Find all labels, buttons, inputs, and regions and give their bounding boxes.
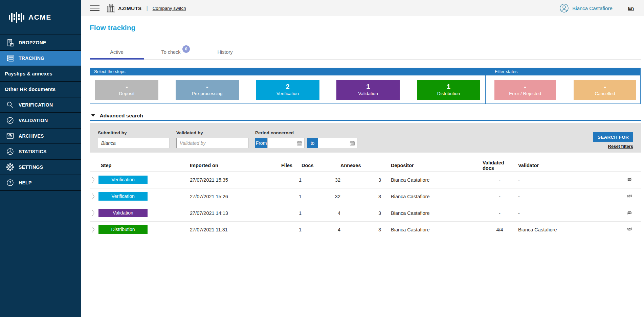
step-count: - — [206, 83, 208, 90]
tab-label: Active — [110, 49, 124, 55]
sidebar-item-validation[interactable]: VALIDATION — [0, 113, 81, 129]
safe-icon — [6, 132, 15, 140]
imported-on-cell: 27/07/2021 11:31 — [190, 221, 281, 238]
tab-active[interactable]: Active — [90, 45, 144, 59]
reset-filters-link[interactable]: Reset filters — [593, 144, 633, 149]
tab-history[interactable]: History — [198, 45, 252, 59]
validated-by-input[interactable] — [176, 138, 248, 148]
docs-cell: 32 — [302, 188, 340, 205]
validated-docs-cell: - — [483, 188, 517, 205]
expand-row-chevron-icon[interactable] — [90, 205, 98, 221]
tab-label: To check — [161, 49, 180, 55]
sidebar-item-archives[interactable]: ARCHIVES — [0, 129, 81, 144]
sidebar-item-verification[interactable]: VERIFICATION — [0, 97, 81, 113]
step-box-pre-processing[interactable]: - Pre-processing — [176, 80, 239, 100]
docs-cell: 4 — [302, 205, 340, 221]
validator-cell: - — [517, 188, 619, 205]
sidebar-item-tracking[interactable]: TRACKING — [0, 51, 81, 66]
status-badge: Validation — [98, 209, 148, 217]
pie-chart-icon — [6, 147, 15, 156]
step-label: Deposit — [119, 90, 135, 97]
validator-cell: Bianca Castafiore — [517, 221, 619, 238]
user-menu[interactable]: Bianca Castafiore — [559, 3, 612, 13]
tracking-list-icon — [6, 54, 15, 63]
logo-text: ACME — [28, 13, 51, 21]
company-name: AZIMUTS — [118, 5, 141, 11]
depositor-cell: Bianca Castafiore — [381, 188, 483, 205]
sidebar-item-settings[interactable]: SETTINGS — [0, 160, 81, 175]
period-from-label: From — [255, 138, 267, 148]
annexes-cell: 3 — [340, 172, 381, 188]
calendar-icon[interactable] — [350, 140, 355, 146]
step-label: Validation — [358, 90, 378, 97]
step-box-verification[interactable]: 2 Verification — [256, 80, 319, 100]
validated-by-label: Validated by — [176, 130, 203, 135]
search-for-button[interactable]: SEARCH FOR — [593, 132, 633, 142]
sidebar-item-help[interactable]: ? HELP — [0, 175, 81, 191]
sidebar-item-label: STATISTICS — [19, 149, 47, 154]
column-header-imported-on: Imported on — [190, 160, 281, 172]
view-details-eye-icon[interactable] — [626, 210, 632, 215]
check-circle-icon — [6, 116, 15, 125]
sidebar-item-dropzone[interactable]: DROPZONE — [0, 35, 81, 51]
tab-to-check[interactable]: To check 0 — [144, 45, 198, 59]
status-badge: Verification — [98, 192, 148, 201]
column-header-validated-docs: Validated docs — [483, 160, 517, 172]
validated-docs-cell: 4/4 — [483, 221, 517, 238]
topbar-separator: | — [146, 5, 148, 11]
sidebar-item-label: VERIFICATION — [19, 102, 53, 108]
depositor-cell: Bianca Castafiore — [381, 205, 483, 221]
view-details-eye-icon[interactable] — [626, 227, 632, 231]
page-title: Flow tracking — [90, 24, 135, 32]
docs-cell: 32 — [302, 172, 340, 188]
calendar-icon[interactable] — [297, 140, 302, 146]
sidebar-item-other-hr-documents[interactable]: Other HR documents — [0, 82, 81, 97]
flow-table: Step Imported on Files Docs Annexes Depo… — [90, 160, 641, 238]
advanced-search-toggle[interactable]: Advanced search — [90, 113, 641, 121]
expand-row-chevron-icon[interactable] — [90, 221, 98, 238]
column-header-files: Files — [281, 160, 302, 172]
files-cell: 1 — [281, 205, 302, 221]
state-count: - — [604, 83, 606, 90]
sidebar-item-payslips-annexes[interactable]: Payslips & annexes — [0, 66, 81, 82]
step-count: - — [126, 83, 128, 90]
company-switch-link[interactable]: Company switch — [153, 6, 186, 11]
period-from-input[interactable] — [267, 138, 305, 148]
step-box-deposit[interactable]: - Deposit — [95, 80, 158, 100]
table-row: Distribution 27/07/2021 11:31 1 4 3 Bian… — [90, 221, 641, 238]
question-circle-icon: ? — [6, 178, 15, 187]
status-badge: Verification — [98, 176, 148, 184]
sidebar: ACME DROPZONE TRACKING — [0, 0, 81, 317]
annexes-cell: 3 — [340, 221, 381, 238]
hamburger-menu-icon[interactable] — [90, 4, 99, 13]
validator-cell: - — [517, 172, 619, 188]
tab-label: History — [217, 49, 232, 55]
state-count: - — [524, 83, 526, 90]
expand-row-chevron-icon[interactable] — [90, 188, 98, 205]
docs-cell: 4 — [302, 221, 340, 238]
depositor-cell: Bianca Castafiore — [381, 172, 483, 188]
view-details-eye-icon[interactable] — [626, 194, 632, 198]
submitted-by-input[interactable] — [98, 138, 170, 148]
expand-row-chevron-icon[interactable] — [90, 172, 98, 188]
advanced-search-title: Advanced search — [99, 113, 143, 118]
period-to-input[interactable] — [318, 138, 357, 148]
state-box-cancelled[interactable]: - Cancelled — [574, 80, 636, 100]
collapse-caret-icon — [91, 114, 95, 117]
step-box-distribution[interactable]: 1 Distribution — [417, 80, 480, 100]
tab-bar: Active To check 0 History — [90, 45, 641, 60]
main-content: Flow tracking Active To check 0 History … — [81, 16, 644, 317]
steps-zone: - Deposit - Pre-processing 2 Verificatio… — [90, 75, 485, 104]
annexes-cell: 3 — [340, 205, 381, 221]
topbar: AZIMUTS | Company switch Bianca Castafio… — [81, 0, 644, 16]
imported-on-cell: 27/07/2021 14:13 — [190, 205, 281, 221]
status-badge: Distribution — [98, 225, 148, 234]
column-header-step: Step — [98, 160, 190, 172]
state-box-error-rejected[interactable]: - Error / Rejected — [494, 80, 556, 100]
sidebar-item-statistics[interactable]: STATISTICS — [0, 144, 81, 160]
annexes-cell: 3 — [340, 188, 381, 205]
step-box-validation[interactable]: 1 Validation — [336, 80, 400, 100]
sidebar-item-label: TRACKING — [19, 55, 44, 61]
view-details-eye-icon[interactable] — [626, 177, 632, 182]
language-selector[interactable]: En — [628, 6, 634, 11]
